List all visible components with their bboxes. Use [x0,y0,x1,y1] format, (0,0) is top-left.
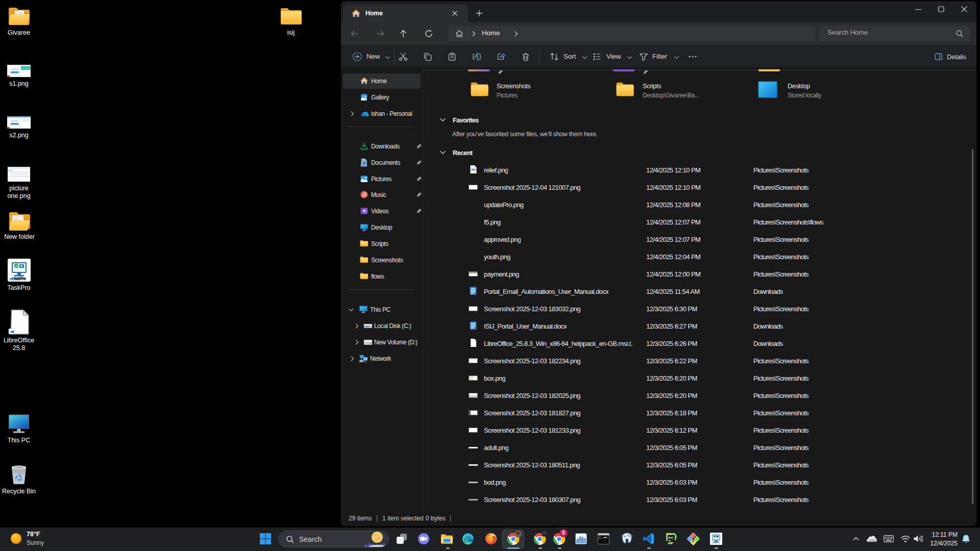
svg-text:C:\_: C:\_ [599,536,606,540]
svg-text:TaskPro: TaskPro [713,542,720,544]
svg-text:..: .. [773,95,775,98]
svg-text:TaskPro: TaskPro [13,277,26,280]
svg-text:PC: PC [669,536,674,540]
